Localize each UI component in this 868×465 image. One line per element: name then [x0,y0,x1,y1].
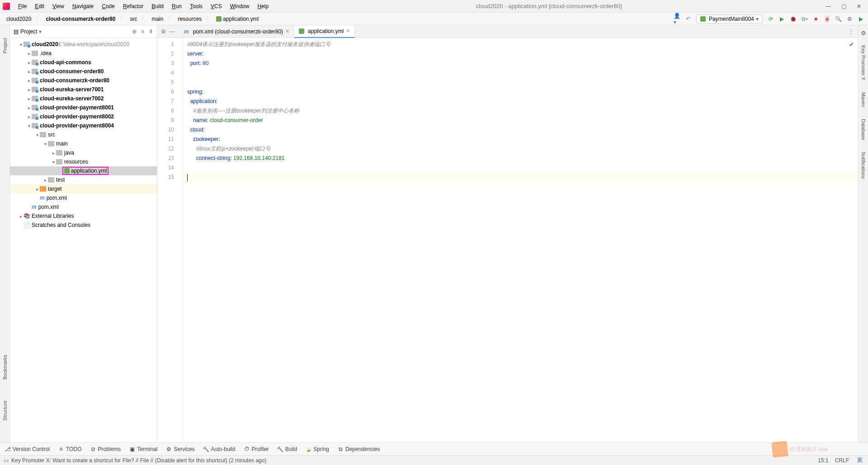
menu-window[interactable]: Window [226,2,253,10]
crumb-1[interactable]: cloud-consumerzk-order80 [43,15,118,23]
tree-item[interactable]: ▸java [10,148,157,157]
code-line[interactable]: spring: [183,87,858,97]
tree-item[interactable]: ▸.idea [10,49,157,58]
back-icon[interactable]: ↶ [685,15,692,22]
collapse-icon[interactable]: ⇞ [149,28,153,35]
close-button[interactable]: ✕ [856,3,862,9]
minimize-button[interactable]: — [826,3,831,9]
expand-icon[interactable]: ≡ [141,28,144,35]
code-line[interactable]: cloud: [183,125,858,135]
tree-item[interactable]: ▾resources [10,157,157,166]
maximize-button[interactable]: ▢ [841,3,846,9]
tool-maven[interactable]: Maven [860,89,867,110]
code-line[interactable]: zookeeper: [183,135,858,144]
tool-notifications[interactable]: Notifications [860,149,867,182]
debug-icon[interactable]: 🐞 [790,15,797,22]
crumb-5[interactable]: application.yml [213,15,261,23]
bottom-tool-version-control[interactable]: ⎇Version Control [5,446,50,452]
code-line[interactable]: #linux主机ip+zookeeper端口号 [183,144,858,154]
chevron-down-icon[interactable]: ▾ [39,28,42,35]
bottom-tool-services[interactable]: ⚙Services [166,446,195,452]
code-line[interactable] [183,173,858,182]
line-separator[interactable]: CRLF [835,457,849,464]
tool-database[interactable]: Database [860,116,867,143]
tool-project[interactable]: Project [1,34,9,57]
tree-item[interactable]: mpom.xml [10,193,157,202]
settings-icon[interactable]: ⚙ [846,15,853,22]
tree-item[interactable]: mpom.xml [10,202,157,211]
refresh-icon[interactable]: ⟳ [767,15,774,22]
tree-item[interactable]: ▸test [10,175,157,184]
close-tab-icon[interactable]: ✕ [285,28,289,34]
editor-tab[interactable]: mpom.xml (cloud-consumerzk-order80)✕ [179,25,294,38]
tree-item[interactable]: ▾src [10,130,157,139]
menu-tools[interactable]: Tools [186,2,206,10]
tree-item[interactable]: ▾cloud-provider-payment8004 [10,121,157,130]
menu-navigate[interactable]: Navigate [69,2,97,10]
project-title[interactable]: Project [20,28,37,35]
menu-run[interactable]: Run [168,2,185,10]
code-line[interactable]: #8004表示注册到zookeeper服务器的支付服务提供者端口号 [183,40,858,49]
bottom-tool-todo[interactable]: ≡TODO [58,446,81,452]
user-icon[interactable]: 👤▾ [674,15,680,22]
more-icon[interactable]: ⋮ [848,28,854,35]
menu-code[interactable]: Code [98,2,118,10]
tree-item[interactable]: ▾main [10,139,157,148]
project-settings-icon[interactable]: ⚙ [161,28,166,35]
run-config-select[interactable]: PaymentMain8004 ▾ [696,14,763,23]
tree-item[interactable]: application.yml [10,166,157,175]
menu-build[interactable]: Build [148,2,167,10]
crumb-4[interactable]: resources [175,15,204,23]
code-line[interactable] [183,78,858,87]
search-icon[interactable]: 🔍 [835,15,842,22]
bottom-tool-dependencies[interactable]: ⧉Dependencies [337,446,380,452]
project-tree[interactable]: ▾cloud2020 E:\idea-workspace\cloud2020▸.… [10,38,157,442]
editor[interactable]: 123456789101112131415 ✔ #8004表示注册到zookee… [157,38,858,442]
tree-item[interactable]: ▸cloud-eureka-server7001 [10,85,157,94]
stop-icon[interactable]: ■ [812,15,819,22]
code-line[interactable]: name: cloud-consumer-order [183,116,858,125]
crumb-2[interactable]: src [127,15,140,23]
input-lang[interactable]: 英 [855,456,864,465]
tool-structure[interactable]: Structure [1,397,9,424]
status-icon[interactable]: ▭ [4,457,9,464]
crumb-3[interactable]: main [149,15,166,23]
code-line[interactable] [183,163,858,173]
code-line[interactable]: #服务别名----注册zookeeper到注册中心名称 [183,106,858,116]
coverage-icon[interactable]: ⧉▾ [801,15,808,22]
tree-item[interactable]: 📄Scratches and Consoles [10,221,157,230]
tree-item[interactable]: ▸cloud-eureka-server7002 [10,94,157,103]
bug-run-icon[interactable]: ▶ [778,15,785,22]
code-area[interactable]: ✔ #8004表示注册到zookeeper服务器的支付服务提供者端口号serve… [183,38,858,442]
tool-key-promoter[interactable]: Key Promoter X [860,42,867,83]
tree-item[interactable]: ▸cloud-provider-payment8001 [10,103,157,112]
tree-root[interactable]: ▾cloud2020 E:\idea-workspace\cloud2020 [10,40,157,49]
tree-item[interactable]: ▸cloud-consumer-order80 [10,67,157,76]
bottom-tool-spring[interactable]: 🍃Spring [305,446,329,452]
editor-tab[interactable]: application.yml✕ [294,25,355,38]
menu-edit[interactable]: Edit [31,2,48,10]
code-line[interactable]: application: [183,97,858,106]
select-opened-icon[interactable]: ⊕ [132,28,137,35]
tree-item[interactable]: ▸📚External Libraries [10,211,157,221]
menu-help[interactable]: Help [254,2,272,10]
tool-bookmarks[interactable]: Bookmarks [1,351,9,383]
code-line[interactable] [183,68,858,78]
notifications-toggle-icon[interactable]: ⊙ [861,30,866,36]
bottom-tool-problems[interactable]: ⊘Problems [90,446,121,452]
code-line[interactable]: server: [183,49,858,59]
bottom-tool-terminal[interactable]: ▣Terminal [129,446,157,452]
run-anything-icon[interactable]: ▶ [858,15,864,22]
hide-panel-icon[interactable]: — [170,28,175,35]
bottom-tool-build[interactable]: 🔨Build [277,446,297,452]
close-tab-icon[interactable]: ✕ [346,28,350,34]
tree-item[interactable]: ▸cloud-consumerzk-order80 [10,76,157,85]
bottom-tool-profiler[interactable]: ⏱Profiler [244,446,269,452]
translate-icon[interactable]: 🀄 [824,15,830,22]
bottom-tool-auto-build[interactable]: 🔨Auto-build [203,446,236,452]
crumb-0[interactable]: cloud2020 [4,15,34,23]
menu-vcs[interactable]: VCS [207,2,226,10]
tree-item[interactable]: ▸cloud-api-commons [10,58,157,67]
menu-view[interactable]: View [49,2,68,10]
code-line[interactable]: connect-string: 192.168.10.140:2181 [183,154,858,163]
